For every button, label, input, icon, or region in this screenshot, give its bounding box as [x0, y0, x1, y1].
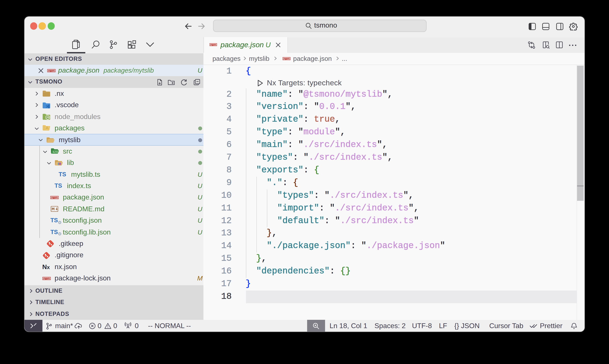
svg-text:</>: </> — [53, 151, 58, 154]
svg-text:JS: JS — [46, 116, 49, 118]
